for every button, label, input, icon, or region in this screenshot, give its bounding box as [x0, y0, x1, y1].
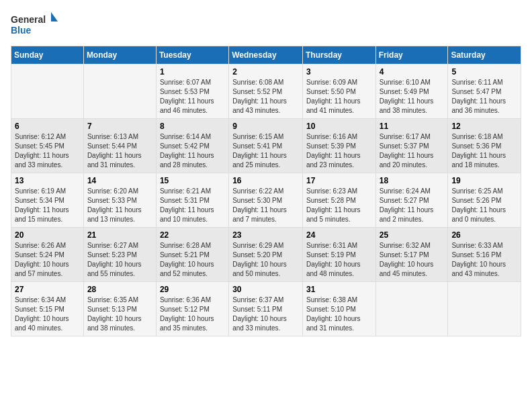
day-info: Sunrise: 6:15 AM Sunset: 5:41 PM Dayligh… — [232, 132, 299, 170]
calendar-week-row: 27Sunrise: 6:34 AM Sunset: 5:15 PM Dayli… — [11, 282, 521, 336]
day-number: 7 — [87, 122, 152, 131]
svg-text:General: General — [11, 14, 46, 25]
calendar-week-row: 13Sunrise: 6:19 AM Sunset: 5:34 PM Dayli… — [11, 173, 521, 228]
calendar-table: SundayMondayTuesdayWednesdayThursdayFrid… — [11, 46, 521, 336]
calendar-cell: 20Sunrise: 6:26 AM Sunset: 5:24 PM Dayli… — [11, 228, 84, 282]
day-number: 4 — [380, 67, 445, 77]
calendar-cell: 9Sunrise: 6:15 AM Sunset: 5:41 PM Daylig… — [229, 119, 303, 173]
day-number: 21 — [87, 230, 152, 240]
calendar-cell: 11Sunrise: 6:17 AM Sunset: 5:37 PM Dayli… — [375, 119, 448, 173]
day-info: Sunrise: 6:07 AM Sunset: 5:53 PM Dayligh… — [160, 78, 225, 116]
day-number: 18 — [380, 176, 445, 185]
day-number: 29 — [160, 285, 225, 294]
calendar-cell: 12Sunrise: 6:18 AM Sunset: 5:36 PM Dayli… — [448, 119, 521, 173]
day-number: 28 — [87, 285, 152, 294]
calendar-cell: 7Sunrise: 6:13 AM Sunset: 5:44 PM Daylig… — [83, 119, 156, 173]
calendar-cell: 2Sunrise: 6:08 AM Sunset: 5:52 PM Daylig… — [229, 64, 303, 119]
calendar-cell: 8Sunrise: 6:14 AM Sunset: 5:42 PM Daylig… — [156, 119, 228, 173]
day-number: 12 — [451, 122, 517, 131]
day-number: 8 — [160, 122, 225, 131]
calendar-cell: 3Sunrise: 6:09 AM Sunset: 5:50 PM Daylig… — [302, 64, 375, 119]
day-header-tuesday: Tuesday — [156, 46, 228, 64]
day-info: Sunrise: 6:28 AM Sunset: 5:21 PM Dayligh… — [160, 241, 225, 279]
day-header-thursday: Thursday — [302, 46, 375, 64]
calendar-cell: 10Sunrise: 6:16 AM Sunset: 5:39 PM Dayli… — [302, 119, 375, 173]
day-number: 10 — [306, 122, 372, 131]
calendar-cell: 27Sunrise: 6:34 AM Sunset: 5:15 PM Dayli… — [11, 282, 84, 336]
calendar-cell: 30Sunrise: 6:37 AM Sunset: 5:11 PM Dayli… — [229, 282, 303, 336]
day-number: 30 — [232, 285, 299, 294]
calendar-cell: 17Sunrise: 6:23 AM Sunset: 5:28 PM Dayli… — [302, 173, 375, 228]
calendar-cell: 18Sunrise: 6:24 AM Sunset: 5:27 PM Dayli… — [375, 173, 448, 228]
day-number: 13 — [15, 176, 80, 185]
day-number: 20 — [15, 230, 80, 240]
day-info: Sunrise: 6:10 AM Sunset: 5:49 PM Dayligh… — [380, 78, 445, 116]
svg-marker-2 — [51, 12, 58, 21]
day-number: 23 — [232, 230, 299, 240]
day-header-friday: Friday — [375, 46, 448, 64]
calendar-cell — [375, 282, 448, 336]
calendar-cell: 1Sunrise: 6:07 AM Sunset: 5:53 PM Daylig… — [156, 64, 228, 119]
calendar-cell: 24Sunrise: 6:31 AM Sunset: 5:19 PM Dayli… — [302, 228, 375, 282]
day-info: Sunrise: 6:14 AM Sunset: 5:42 PM Dayligh… — [160, 132, 225, 170]
day-number: 1 — [160, 67, 225, 77]
day-info: Sunrise: 6:22 AM Sunset: 5:30 PM Dayligh… — [232, 187, 299, 224]
calendar-cell: 25Sunrise: 6:32 AM Sunset: 5:17 PM Dayli… — [375, 228, 448, 282]
day-info: Sunrise: 6:29 AM Sunset: 5:20 PM Dayligh… — [232, 241, 299, 279]
day-info: Sunrise: 6:38 AM Sunset: 5:10 PM Dayligh… — [306, 295, 372, 333]
day-number: 16 — [232, 176, 299, 185]
calendar-cell: 16Sunrise: 6:22 AM Sunset: 5:30 PM Dayli… — [229, 173, 303, 228]
calendar-week-row: 1Sunrise: 6:07 AM Sunset: 5:53 PM Daylig… — [11, 64, 521, 119]
day-info: Sunrise: 6:23 AM Sunset: 5:28 PM Dayligh… — [306, 187, 372, 224]
day-number: 14 — [87, 176, 152, 185]
day-number: 27 — [15, 285, 80, 294]
calendar-cell: 29Sunrise: 6:36 AM Sunset: 5:12 PM Dayli… — [156, 282, 228, 336]
day-info: Sunrise: 6:16 AM Sunset: 5:39 PM Dayligh… — [306, 132, 372, 170]
calendar-cell: 13Sunrise: 6:19 AM Sunset: 5:34 PM Dayli… — [11, 173, 84, 228]
calendar-cell — [83, 64, 156, 119]
calendar-cell: 26Sunrise: 6:33 AM Sunset: 5:16 PM Dayli… — [448, 228, 521, 282]
day-number: 17 — [306, 176, 372, 185]
calendar-cell: 22Sunrise: 6:28 AM Sunset: 5:21 PM Dayli… — [156, 228, 228, 282]
day-header-sunday: Sunday — [11, 46, 84, 64]
calendar-cell: 6Sunrise: 6:12 AM Sunset: 5:45 PM Daylig… — [11, 119, 84, 173]
day-info: Sunrise: 6:33 AM Sunset: 5:16 PM Dayligh… — [451, 241, 517, 279]
day-info: Sunrise: 6:31 AM Sunset: 5:19 PM Dayligh… — [306, 241, 372, 279]
day-info: Sunrise: 6:12 AM Sunset: 5:45 PM Dayligh… — [15, 132, 80, 170]
svg-text:Blue: Blue — [11, 25, 32, 36]
day-number: 24 — [306, 230, 372, 240]
calendar-week-row: 6Sunrise: 6:12 AM Sunset: 5:45 PM Daylig… — [11, 119, 521, 173]
calendar-cell: 31Sunrise: 6:38 AM Sunset: 5:10 PM Dayli… — [302, 282, 375, 336]
day-number: 5 — [451, 67, 517, 77]
day-info: Sunrise: 6:21 AM Sunset: 5:31 PM Dayligh… — [160, 187, 225, 224]
day-number: 2 — [232, 67, 299, 77]
page-header: General Blue — [11, 11, 521, 38]
day-header-saturday: Saturday — [448, 46, 521, 64]
day-info: Sunrise: 6:24 AM Sunset: 5:27 PM Dayligh… — [380, 187, 445, 224]
day-number: 9 — [232, 122, 299, 131]
calendar-cell: 5Sunrise: 6:11 AM Sunset: 5:47 PM Daylig… — [448, 64, 521, 119]
calendar-cell: 21Sunrise: 6:27 AM Sunset: 5:23 PM Dayli… — [83, 228, 156, 282]
calendar-cell: 23Sunrise: 6:29 AM Sunset: 5:20 PM Dayli… — [229, 228, 303, 282]
day-number: 26 — [451, 230, 517, 240]
day-info: Sunrise: 6:26 AM Sunset: 5:24 PM Dayligh… — [15, 241, 80, 279]
calendar-cell — [11, 64, 84, 119]
day-number: 3 — [306, 67, 372, 77]
day-number: 31 — [306, 285, 372, 294]
day-info: Sunrise: 6:36 AM Sunset: 5:12 PM Dayligh… — [160, 295, 225, 333]
day-info: Sunrise: 6:19 AM Sunset: 5:34 PM Dayligh… — [15, 187, 80, 224]
day-info: Sunrise: 6:08 AM Sunset: 5:52 PM Dayligh… — [232, 78, 299, 116]
day-number: 25 — [380, 230, 445, 240]
day-header-monday: Monday — [83, 46, 156, 64]
calendar-cell — [448, 282, 521, 336]
logo-svg: General Blue — [11, 11, 58, 38]
day-number: 19 — [451, 176, 517, 185]
day-info: Sunrise: 6:20 AM Sunset: 5:33 PM Dayligh… — [87, 187, 152, 224]
day-info: Sunrise: 6:35 AM Sunset: 5:13 PM Dayligh… — [87, 295, 152, 333]
day-info: Sunrise: 6:09 AM Sunset: 5:50 PM Dayligh… — [306, 78, 372, 116]
day-info: Sunrise: 6:18 AM Sunset: 5:36 PM Dayligh… — [451, 132, 517, 170]
day-number: 6 — [15, 122, 80, 131]
calendar-cell: 19Sunrise: 6:25 AM Sunset: 5:26 PM Dayli… — [448, 173, 521, 228]
logo: General Blue — [11, 11, 58, 38]
day-info: Sunrise: 6:32 AM Sunset: 5:17 PM Dayligh… — [380, 241, 445, 279]
